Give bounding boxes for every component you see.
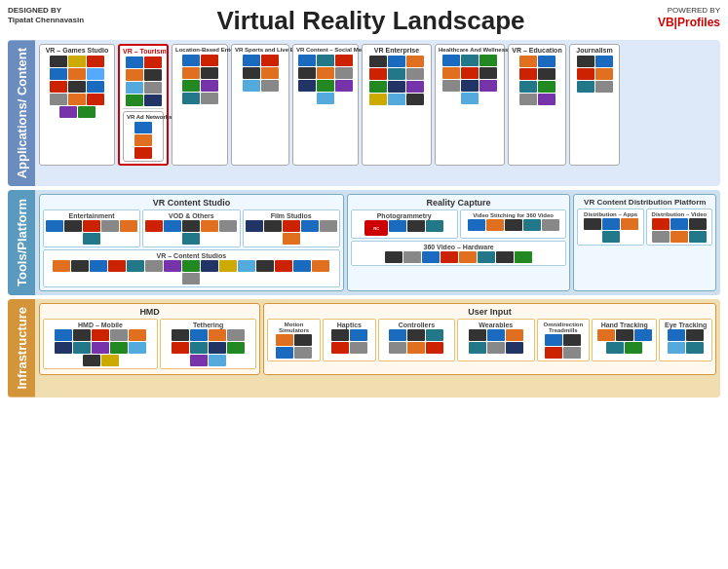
distribution-video-logos xyxy=(649,218,709,243)
healthcare-box: Healthcare And Wellness xyxy=(435,44,505,166)
logo xyxy=(126,95,143,106)
logo xyxy=(335,55,353,66)
logo xyxy=(261,80,279,92)
logo xyxy=(298,67,316,79)
tools-content: VR Content Studio Entertainment xyxy=(35,190,720,295)
vr-tourism-logos xyxy=(123,57,164,106)
eye-tracking-box: Eye Tracking xyxy=(659,319,712,361)
logo xyxy=(261,55,279,66)
user-input-box: User Input Motion Simulators xyxy=(263,303,716,375)
logo xyxy=(442,55,460,66)
lbe-logos xyxy=(175,55,224,104)
tools-row: VR Content Studio Entertainment xyxy=(39,194,716,291)
video-stitching-box: Video Stitching for 360 Video xyxy=(460,209,567,239)
powered-by-label: POWERED BY xyxy=(658,6,720,16)
logo xyxy=(276,347,293,359)
logo xyxy=(519,94,537,105)
hmd-mobile-logos xyxy=(46,329,155,366)
logo xyxy=(126,69,143,81)
logo xyxy=(461,55,479,66)
logo xyxy=(134,134,152,146)
logo xyxy=(686,329,704,341)
logo xyxy=(523,219,541,231)
vr-education-box: VR – Education xyxy=(508,44,566,166)
logo xyxy=(110,342,128,354)
logo xyxy=(577,81,594,93)
logo xyxy=(496,251,514,263)
logo xyxy=(209,342,226,354)
film-studios-title: Film Studios xyxy=(246,212,337,219)
logo xyxy=(595,68,613,80)
logo xyxy=(145,220,163,232)
logo xyxy=(331,342,349,354)
logo xyxy=(652,218,670,230)
logo xyxy=(101,220,119,232)
logo xyxy=(92,342,109,354)
logo xyxy=(671,218,688,230)
logo xyxy=(201,80,218,92)
applications-layer: Applications/ Content VR – Games Studio xyxy=(8,40,720,186)
header: DESIGNED BY Tipatat Chennavasin Virtual … xyxy=(8,6,720,36)
logo xyxy=(407,342,425,354)
vr-social-box: VR Content – Social Media xyxy=(292,44,359,166)
logo xyxy=(55,329,72,341)
logo xyxy=(350,329,367,341)
logo xyxy=(519,81,537,93)
hand-tracking-logos xyxy=(594,329,654,354)
logo xyxy=(50,68,67,80)
logo xyxy=(68,94,86,105)
logo xyxy=(545,334,562,346)
logo xyxy=(101,355,119,366)
designer-name: Tipatat Chennavasin xyxy=(8,16,84,25)
logo xyxy=(689,218,707,230)
logo xyxy=(227,342,245,354)
eye-tracking-logos xyxy=(662,329,709,354)
content-studio-top-row: Entertainment V xyxy=(43,209,340,247)
infrastructure-label: Infrastructure xyxy=(8,299,35,398)
logo xyxy=(389,220,406,232)
vr-ad-networks-box: VR Ad Networks xyxy=(123,111,164,162)
logo xyxy=(261,67,279,79)
logo xyxy=(126,82,143,94)
vr-enterprise-logos xyxy=(365,56,428,105)
logo xyxy=(87,81,104,93)
logo xyxy=(350,342,367,354)
logo xyxy=(369,81,387,93)
infra-row: HMD HMD – Mobile xyxy=(39,303,716,375)
logo xyxy=(538,56,556,67)
vod-logos xyxy=(145,220,237,245)
logo xyxy=(46,220,63,232)
haptics-logos xyxy=(326,329,373,354)
reality-capture-box: Reality Capture Photogrammetry RC xyxy=(347,194,571,291)
vr-ad-networks-title: VR Ad Networks xyxy=(127,114,160,120)
vr-tourism-box: VR – Tourism VR Ad Networks xyxy=(118,44,169,166)
user-input-sub-row: Motion Simulators Haptics xyxy=(267,319,712,361)
controllers-logos xyxy=(381,329,452,354)
hmd-mobile-title: HMD – Mobile xyxy=(46,322,155,328)
logo xyxy=(64,220,82,232)
vr-sports-logos xyxy=(235,55,286,92)
distribution-apps-box: Distribution – Apps xyxy=(577,209,643,246)
reality-capture-icon: RC xyxy=(364,220,388,236)
logo xyxy=(134,147,152,159)
wearables-logos xyxy=(460,329,531,354)
logo xyxy=(519,68,537,80)
logo xyxy=(182,80,200,92)
logo xyxy=(407,220,425,232)
logo xyxy=(92,329,109,341)
logo xyxy=(219,220,237,232)
logo xyxy=(597,329,615,341)
logo xyxy=(73,329,91,341)
vr-content-studios-sub-title: VR – Content Studios xyxy=(46,252,337,259)
logo xyxy=(50,56,67,67)
photogrammetry-logos: RC xyxy=(354,220,455,236)
entertainment-box: Entertainment xyxy=(43,209,140,247)
reality-top-row: Photogrammetry RC Video Stitching for 36… xyxy=(351,209,567,239)
logo xyxy=(59,106,77,118)
video-stitching-title: Video Stitching for 360 Video xyxy=(463,212,564,218)
logo xyxy=(606,342,624,354)
logo xyxy=(238,260,255,272)
journalism-logos xyxy=(573,56,616,93)
film-studios-box: Film Studios xyxy=(243,209,340,247)
entertainment-logos xyxy=(46,220,137,245)
